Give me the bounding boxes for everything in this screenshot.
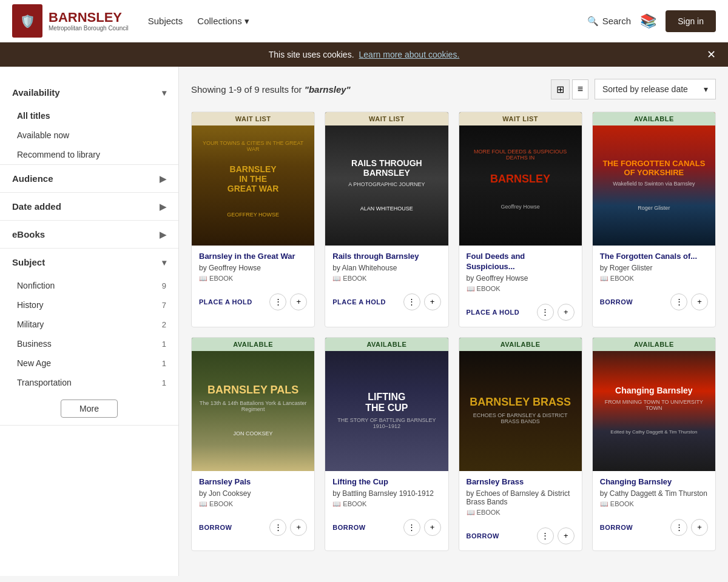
subject-more-button[interactable]: More — [61, 400, 118, 418]
place-hold-button[interactable]: PLACE A HOLD — [332, 298, 386, 306]
book-author: by Echoes of Barnsley & District Brass B… — [467, 489, 575, 506]
search-button[interactable]: 🔍 Search — [587, 16, 632, 27]
ebooks-chevron: ▶ — [160, 230, 166, 239]
subject-header[interactable]: Subject ▾ — [0, 249, 178, 276]
book-card: AVAILABLE BARNSLEY BRASS ECHOES OF BARNS… — [459, 337, 582, 551]
place-hold-button[interactable]: PLACE A HOLD — [467, 309, 520, 316]
results-text: Showing 1-9 of 9 results for "barnsley" — [191, 84, 351, 95]
add-to-list-button[interactable]: + — [290, 293, 307, 310]
book-cover: BARNSLEY BRASS ECHOES OF BARNSLEY & DIST… — [459, 338, 582, 471]
new-age-label: New Age — [17, 358, 51, 368]
add-to-list-button[interactable]: + — [424, 519, 441, 536]
add-to-list-button[interactable]: + — [691, 293, 708, 310]
action-icons: ⋮ + — [670, 293, 708, 310]
borrow-button[interactable]: BORROW — [600, 298, 633, 306]
content-header: Showing 1-9 of 9 results for "barnsley" … — [191, 79, 716, 99]
sidebar-option-business[interactable]: Business 1 — [0, 334, 178, 353]
book-actions: BORROW ⋮ + — [325, 519, 448, 542]
add-to-list-button[interactable]: + — [424, 293, 441, 310]
book-author: by Geoffrey Howse — [467, 274, 575, 283]
sidebar-option-history[interactable]: History 7 — [0, 295, 178, 315]
nonfiction-count: 9 — [162, 281, 166, 290]
book-actions: BORROW ⋮ + — [593, 519, 715, 542]
sort-dropdown[interactable]: Sorted by release date ▾ — [595, 79, 716, 99]
action-icons: ⋮ + — [269, 519, 307, 536]
borrow-button[interactable]: BORROW — [199, 524, 232, 531]
book-format: 📖 EBOOK — [600, 275, 708, 283]
book-card: AVAILABLE Changing Barnsley FROM MINING … — [592, 337, 716, 551]
date-added-header[interactable]: Date added ▶ — [0, 193, 178, 220]
audience-header[interactable]: Audience ▶ — [0, 165, 178, 192]
add-to-list-button[interactable]: + — [290, 519, 307, 536]
book-cover: YOUR TOWNS & CITIES IN THE GREAT WAR BAR… — [192, 112, 314, 246]
more-options-button[interactable]: ⋮ — [670, 293, 687, 310]
more-options-button[interactable]: ⋮ — [403, 293, 420, 310]
book-format: 📖 EBOOK — [467, 285, 575, 293]
book-format: 📖 EBOOK — [199, 500, 307, 508]
sidebar-option-recommend[interactable]: Recommend to library — [0, 145, 178, 164]
book-actions: BORROW ⋮ + — [593, 293, 715, 316]
more-options-button[interactable]: ⋮ — [403, 519, 420, 536]
add-to-list-button[interactable]: + — [691, 519, 708, 536]
ebooks-header[interactable]: eBooks ▶ — [0, 221, 178, 248]
sidebar-option-available-now[interactable]: Available now — [0, 125, 178, 145]
sort-label: Sorted by release date — [602, 84, 688, 94]
more-options-button[interactable]: ⋮ — [670, 519, 687, 536]
book-format: 📖 EBOOK — [332, 275, 440, 283]
chevron-down-icon: ▾ — [704, 84, 708, 94]
view-toggle: ⊞ ≡ — [551, 79, 588, 99]
signin-button[interactable]: Sign in — [666, 10, 716, 32]
book-info: Changing Barnsley by Cathy Daggett & Tim… — [593, 471, 715, 519]
books-icon[interactable]: 📚 — [640, 13, 656, 29]
borrow-button[interactable]: BORROW — [332, 524, 365, 531]
borrow-button[interactable]: BORROW — [467, 532, 499, 540]
book-info: Barnsley Pals by Jon Cooksey 📖 EBOOK — [192, 471, 314, 519]
sidebar-option-military[interactable]: Military 2 — [0, 315, 178, 334]
action-icons: ⋮ + — [537, 304, 575, 321]
sidebar-option-nonfiction[interactable]: Nonfiction 9 — [0, 276, 178, 295]
cookie-close-button[interactable]: ✕ — [707, 48, 716, 61]
subject-label: Subject — [12, 257, 45, 267]
available-now-label: Available now — [17, 130, 69, 140]
grid-view-button[interactable]: ⊞ — [551, 79, 570, 99]
book-badge: WAIT LIST — [192, 112, 314, 125]
content-area: Showing 1-9 of 9 results for "barnsley" … — [179, 67, 728, 576]
book-actions: BORROW ⋮ + — [192, 519, 314, 542]
book-card: AVAILABLE BARNSLEY PALS The 13th & 14th … — [191, 337, 315, 551]
more-options-button[interactable]: ⋮ — [537, 527, 554, 544]
book-cover: THE FORGOTTEN CANALS OF YORKSHIRE Wakefi… — [593, 112, 715, 246]
availability-header[interactable]: Availability ▾ — [0, 79, 178, 106]
borrow-button[interactable]: BORROW — [600, 524, 633, 531]
audience-chevron: ▶ — [160, 174, 166, 184]
header-left: 🛡️ BARNSLEY Metropolitan Borough Council… — [12, 4, 251, 38]
action-icons: ⋮ + — [670, 519, 708, 536]
sidebar-option-new-age[interactable]: New Age 1 — [0, 353, 178, 373]
results-query: "barnsley" — [305, 84, 351, 95]
add-to-list-button[interactable]: + — [558, 527, 575, 544]
book-author: by Alan Whitehouse — [332, 264, 440, 272]
sidebar-option-all-titles[interactable]: All titles — [0, 106, 178, 125]
business-count: 1 — [162, 340, 166, 349]
sidebar-option-transportation[interactable]: Transportation 1 — [0, 373, 178, 392]
book-format: 📖 EBOOK — [199, 275, 307, 283]
main-nav: Subjects Collections ▾ — [147, 13, 251, 30]
book-author: by Roger Glister — [600, 264, 708, 272]
audience-label: Audience — [12, 173, 53, 184]
book-author: by Jon Cooksey — [199, 489, 307, 498]
list-view-button[interactable]: ≡ — [572, 79, 588, 99]
more-options-button[interactable]: ⋮ — [269, 519, 286, 536]
book-title: Changing Barnsley — [600, 477, 708, 487]
add-to-list-button[interactable]: + — [558, 304, 575, 321]
nav-subjects[interactable]: Subjects — [147, 13, 184, 29]
more-options-button[interactable]: ⋮ — [269, 293, 286, 310]
search-label: Search — [602, 16, 632, 26]
chevron-down-icon: ▾ — [244, 16, 249, 27]
logo-shield-icon: 🛡️ — [12, 4, 42, 38]
more-options-button[interactable]: ⋮ — [537, 304, 554, 321]
nonfiction-label: Nonfiction — [17, 281, 55, 290]
book-card: WAIT LIST YOUR TOWNS & CITIES IN THE GRE… — [191, 112, 315, 327]
nav-collections[interactable]: Collections ▾ — [196, 13, 250, 30]
book-badge: WAIT LIST — [325, 112, 448, 125]
place-hold-button[interactable]: PLACE A HOLD — [199, 298, 252, 306]
cookie-learn-more[interactable]: Learn more about cookies. — [359, 50, 460, 59]
